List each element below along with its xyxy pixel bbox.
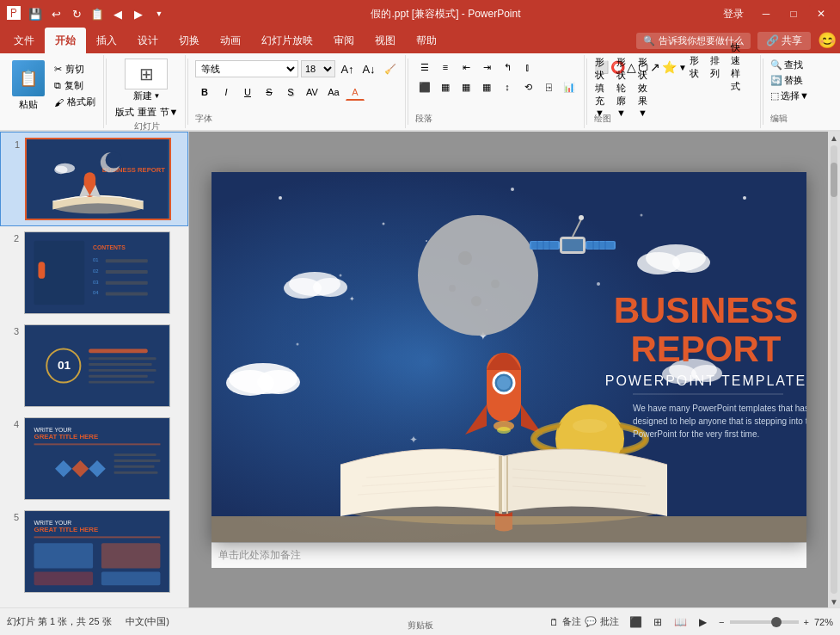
bold-button[interactable]: B bbox=[195, 83, 214, 101]
decrease-font-btn[interactable]: A↓ bbox=[359, 60, 378, 77]
slide-thumb-2[interactable]: 2 CONTENTS 01 02 03 04 bbox=[0, 226, 188, 319]
scroll-up-btn[interactable]: ▲ bbox=[828, 132, 840, 144]
layout-button[interactable]: 版式 bbox=[115, 106, 134, 119]
italic-button[interactable]: I bbox=[217, 83, 236, 101]
svg-rect-19 bbox=[106, 293, 148, 296]
svg-text:designed to help anyone that i: designed to help anyone that is stepping… bbox=[633, 416, 806, 426]
customize-quick-btn[interactable]: ▼ bbox=[150, 4, 169, 23]
scroll-down-btn[interactable]: ▼ bbox=[828, 595, 840, 607]
shape-effect-btn[interactable]: 形状效果▼ bbox=[637, 78, 656, 96]
save-quick-btn[interactable]: 💾 bbox=[26, 4, 45, 23]
minimize-button[interactable]: ─ bbox=[754, 5, 778, 22]
close-button[interactable]: ✕ bbox=[809, 5, 833, 22]
shape-fill-btn[interactable]: 形状填充▼ bbox=[594, 78, 613, 96]
underline-button[interactable]: U bbox=[238, 83, 257, 101]
numbering-btn[interactable]: ≡ bbox=[436, 59, 455, 76]
tab-transitions[interactable]: 切换 bbox=[169, 28, 210, 53]
slide-img-2: CONTENTS 01 02 03 04 bbox=[24, 231, 170, 314]
zoom-slider[interactable] bbox=[730, 620, 799, 624]
line-spacing-btn[interactable]: ↕ bbox=[498, 78, 517, 96]
paste-button[interactable]: 📋 粘贴 bbox=[9, 59, 48, 113]
undo-quick-btn[interactable]: ↩ bbox=[46, 4, 65, 23]
svg-rect-15 bbox=[106, 270, 148, 274]
arrange-button[interactable]: 排列 bbox=[709, 59, 728, 76]
tab-view[interactable]: 视图 bbox=[365, 28, 406, 53]
cut-button[interactable]: ✂ 剪切 bbox=[52, 62, 98, 77]
svg-text:GREAT TITLE HERE: GREAT TITLE HERE bbox=[34, 433, 99, 441]
slide-num-3: 3 bbox=[7, 324, 19, 336]
svg-point-54 bbox=[743, 196, 746, 200]
slide-note[interactable]: 单击此处添加备注 bbox=[212, 542, 806, 568]
find-icon: 🔍 bbox=[770, 59, 782, 71]
replace-button[interactable]: 🔄 替换 bbox=[770, 74, 809, 87]
text-direction-btn[interactable]: ⟲ bbox=[518, 78, 537, 96]
tab-help[interactable]: 帮助 bbox=[406, 28, 447, 53]
strikethrough-button[interactable]: S bbox=[260, 83, 279, 101]
char-spacing-button[interactable]: AV bbox=[303, 83, 322, 101]
right-scrollbar[interactable]: ▲ ▼ bbox=[828, 132, 840, 607]
shape-button[interactable]: 形状 bbox=[689, 59, 708, 76]
slide-img-5: WRITE YOUR GREAT TITLE HERE bbox=[24, 510, 170, 593]
text-shadow-button[interactable]: S bbox=[281, 83, 300, 101]
svg-text:03: 03 bbox=[93, 280, 99, 285]
align-center-btn[interactable]: ▦ bbox=[436, 78, 455, 96]
tab-review[interactable]: 审阅 bbox=[323, 28, 365, 53]
clear-format-btn[interactable]: 🧹 bbox=[381, 60, 400, 77]
find-button[interactable]: 🔍 查找 bbox=[770, 59, 809, 71]
shape-outline-btn[interactable]: 形状轮廓▼ bbox=[616, 78, 635, 96]
svg-rect-43 bbox=[34, 536, 161, 538]
tab-file[interactable]: 文件 bbox=[3, 28, 45, 53]
tab-home[interactable]: 开始 bbox=[45, 28, 86, 53]
share-button[interactable]: 🔗 共享 bbox=[757, 32, 811, 50]
svg-point-52 bbox=[511, 188, 514, 191]
tab-animations[interactable]: 动画 bbox=[210, 28, 251, 53]
align-justify-btn[interactable]: ▦ bbox=[477, 78, 496, 96]
font-color-button[interactable]: A bbox=[346, 83, 365, 101]
columns-btn[interactable]: ⫿ bbox=[518, 59, 537, 76]
print-quick-btn[interactable]: 📋 bbox=[88, 4, 107, 23]
slide-img-4: WRITE YOUR GREAT TITLE HERE bbox=[24, 417, 170, 500]
align-text-btn[interactable]: ⍈ bbox=[539, 78, 558, 96]
slide-thumb-3[interactable]: 3 01 bbox=[0, 319, 188, 412]
zoom-thumb[interactable] bbox=[771, 617, 782, 627]
maximize-button[interactable]: □ bbox=[782, 5, 806, 22]
rtl-btn[interactable]: ↰ bbox=[498, 59, 517, 76]
decrease-indent-btn[interactable]: ⇤ bbox=[457, 59, 475, 76]
redo-quick-btn[interactable]: ↻ bbox=[67, 4, 86, 23]
tab-design[interactable]: 设计 bbox=[127, 28, 169, 53]
align-left-btn[interactable]: ⬛ bbox=[415, 78, 434, 96]
smartart-btn[interactable]: 📊 bbox=[560, 78, 579, 96]
slide-thumb-1[interactable]: 1 BUSINESS REPORT bbox=[0, 132, 188, 226]
align-right-btn[interactable]: ▦ bbox=[457, 78, 475, 96]
slide-canvas[interactable]: ✦ ✦ ✦ ✦ ✦ ✦ bbox=[212, 172, 806, 542]
slide-thumb-5[interactable]: 5 WRITE YOUR GREAT TITLE HERE bbox=[0, 505, 188, 598]
copy-button[interactable]: ⧉ 复制 bbox=[52, 78, 98, 93]
select-button[interactable]: ⬚ 选择▼ bbox=[770, 89, 809, 102]
prev-quick-btn[interactable]: ◀ bbox=[108, 4, 127, 23]
slide-num-2: 2 bbox=[7, 231, 19, 244]
new-slide-button[interactable]: ⊞ 新建 ▼ bbox=[125, 59, 168, 102]
quick-style-button[interactable]: 快速样式 bbox=[730, 59, 749, 76]
format-painter-button[interactable]: 🖌 格式刷 bbox=[52, 95, 98, 109]
case-button[interactable]: Aa bbox=[324, 83, 343, 101]
reset-button[interactable]: 重置 bbox=[138, 106, 156, 119]
shape-more-btn[interactable]: ▼ bbox=[678, 63, 687, 72]
window-title: 假的.ppt [兼容模式] - PowerPoint bbox=[169, 7, 723, 22]
font-name-select[interactable]: 等线 bbox=[195, 60, 298, 77]
section-button[interactable]: 节▼ bbox=[160, 106, 179, 119]
svg-rect-39 bbox=[114, 472, 158, 474]
increase-indent-btn[interactable]: ⇥ bbox=[477, 59, 496, 76]
svg-text:We have many PowerPoint templa: We have many PowerPoint templates that h… bbox=[633, 404, 806, 413]
svg-point-50 bbox=[279, 196, 282, 200]
slide-thumb-4[interactable]: 4 WRITE YOUR GREAT TITLE HERE bbox=[0, 412, 188, 505]
svg-rect-13 bbox=[106, 259, 148, 262]
scroll-thumb[interactable] bbox=[831, 163, 837, 197]
font-size-select[interactable]: 18 bbox=[301, 60, 335, 77]
slide-img-1: BUSINESS REPORT bbox=[25, 138, 171, 220]
bullets-btn[interactable]: ☰ bbox=[415, 59, 434, 76]
login-button[interactable]: 登录 bbox=[723, 7, 744, 22]
tab-insert[interactable]: 插入 bbox=[86, 28, 127, 53]
next-quick-btn[interactable]: ▶ bbox=[129, 4, 148, 23]
increase-font-btn[interactable]: A↑ bbox=[338, 60, 357, 77]
tab-slideshow[interactable]: 幻灯片放映 bbox=[251, 28, 323, 53]
